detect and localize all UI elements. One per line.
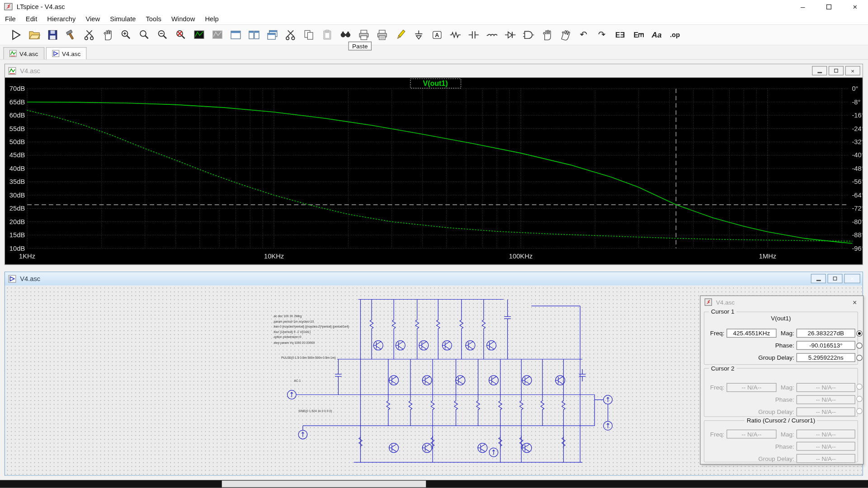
cursor2-mag-radio[interactable] xyxy=(856,384,862,389)
schematic-window-titlebar[interactable]: V4.asc × xyxy=(5,272,863,285)
capacitor-icon xyxy=(467,29,480,41)
tab-waveform[interactable]: V4.asc xyxy=(3,47,44,59)
cursor1-groupdelay-radio[interactable] xyxy=(856,355,862,361)
schematic-close-button[interactable]: × xyxy=(844,274,860,283)
rotate-button[interactable]: EE xyxy=(630,27,647,43)
menu-view[interactable]: View xyxy=(80,15,105,23)
component-button[interactable] xyxy=(520,27,537,43)
schematic-minimize-button[interactable] xyxy=(811,274,826,283)
taskbar-item[interactable] xyxy=(222,481,426,488)
control-panel-button[interactable] xyxy=(63,27,80,43)
copy-button[interactable] xyxy=(301,27,317,43)
menu-hierarchy[interactable]: Hierarchy xyxy=(42,15,80,23)
find-button[interactable] xyxy=(337,27,354,43)
tile-vertical-button[interactable] xyxy=(227,27,244,43)
cascade-icon xyxy=(266,29,278,41)
cursor2-mag-label: Mag: xyxy=(774,383,794,392)
menu-edit[interactable]: Edit xyxy=(21,15,42,23)
capacitor-button[interactable] xyxy=(465,27,482,43)
print-button[interactable] xyxy=(355,27,372,43)
text-button[interactable]: Aa xyxy=(648,27,665,43)
cursor-panel-titlebar[interactable]: V4.asc × xyxy=(700,296,863,308)
cursor2-groupdelay-radio[interactable] xyxy=(856,408,862,414)
zoom-out-button[interactable] xyxy=(154,27,171,43)
net-label-button[interactable]: A xyxy=(429,27,445,43)
save-button[interactable] xyxy=(44,27,61,43)
delete-button[interactable] xyxy=(81,27,98,43)
svg-text:0°: 0° xyxy=(852,85,858,92)
titlebar[interactable]: LTspice - V4.asc – × xyxy=(0,0,868,13)
svg-text:30dB: 30dB xyxy=(9,192,25,199)
control-panel-icon xyxy=(65,29,77,41)
minimize-button[interactable]: – xyxy=(790,0,816,13)
waveform-plot-area[interactable]: 70dB0°65dB-8°60dB-16°55dB-24°50dB-32°45d… xyxy=(5,78,863,264)
cursor-panel-icon xyxy=(704,298,712,306)
paste-button[interactable] xyxy=(319,27,335,43)
close-button[interactable]: × xyxy=(842,0,868,13)
cursor2-caption: Cursor 2 xyxy=(709,365,737,371)
waveform-close-button[interactable]: × xyxy=(845,66,860,75)
plot-settings-button[interactable] xyxy=(209,27,226,43)
cursor1-groupdelay-label: Group Delay: xyxy=(738,353,794,362)
zoom-back-button[interactable] xyxy=(136,27,153,43)
trace-title[interactable]: V(out1) xyxy=(410,79,461,88)
pan-button[interactable] xyxy=(99,27,116,43)
ratio-groupdelay-field: -- N/A-- xyxy=(797,454,855,463)
resistor-icon xyxy=(449,29,462,41)
bode-plot[interactable]: 70dB0°65dB-8°60dB-16°55dB-24°50dB-32°45d… xyxy=(5,78,863,264)
waveform-window-titlebar[interactable]: V4.asc × xyxy=(5,64,863,77)
op-button[interactable]: .op xyxy=(667,27,684,43)
redo-button[interactable]: ↷ xyxy=(594,27,610,43)
menu-file[interactable]: File xyxy=(0,15,21,23)
menu-simulate[interactable]: Simulate xyxy=(105,15,141,23)
cursor1-groupdelay-field[interactable]: 5.2959222ns xyxy=(797,353,855,362)
cursor1-phase-radio[interactable] xyxy=(856,343,862,348)
svg-text:40dB: 40dB xyxy=(9,165,25,172)
svg-text:10dB: 10dB xyxy=(9,245,25,252)
trace-phase xyxy=(27,110,852,241)
cascade-button[interactable] xyxy=(264,27,281,43)
cursor1-freq-field[interactable]: 425.4551KHz xyxy=(726,329,776,338)
taskbar[interactable] xyxy=(0,480,868,488)
maximize-icon xyxy=(826,4,831,9)
pulse-source-text: PULSE(0 1.5 0.5m 500n 500n 0.5m 1m) xyxy=(281,356,335,359)
maximize-button[interactable] xyxy=(816,0,842,13)
inductor-button[interactable] xyxy=(484,27,500,43)
svg-text:-24°: -24° xyxy=(852,125,862,132)
save-icon xyxy=(47,29,59,41)
pan-icon xyxy=(102,29,114,41)
run-button[interactable] xyxy=(8,27,24,43)
cut-button[interactable] xyxy=(282,27,299,43)
move-button[interactable] xyxy=(538,27,555,43)
draw-wire-button[interactable] xyxy=(392,27,409,43)
drag-button[interactable] xyxy=(557,27,574,43)
zoom-extents-button[interactable] xyxy=(173,27,189,43)
cursor-panel-close-button[interactable]: × xyxy=(850,297,860,307)
tile-horizontal-button[interactable] xyxy=(245,27,262,43)
tile-horizontal-icon xyxy=(248,29,260,41)
ac-source-text: AC 1 xyxy=(294,379,301,382)
menu-tools[interactable]: Tools xyxy=(141,15,166,23)
zoom-in-button[interactable] xyxy=(118,27,134,43)
undo-button[interactable]: ↶ xyxy=(575,27,592,43)
schematic-restore-button[interactable] xyxy=(827,274,842,283)
mirror-button[interactable]: EE xyxy=(612,27,628,43)
ground-button[interactable] xyxy=(410,27,427,43)
tab-schematic[interactable]: V4.asc xyxy=(46,47,86,59)
svg-text:15dB: 15dB xyxy=(9,231,25,239)
menu-help[interactable]: Help xyxy=(200,15,223,23)
open-button[interactable] xyxy=(26,27,43,43)
waveform-minimize-button[interactable] xyxy=(812,66,827,75)
cursor1-mag-radio[interactable] xyxy=(856,330,862,336)
waveform-restore-button[interactable] xyxy=(829,66,844,75)
print-setup-button[interactable] xyxy=(374,27,391,43)
menu-window[interactable]: Window xyxy=(166,15,200,23)
cursor1-phase-field[interactable]: -90.016513° xyxy=(797,341,855,350)
cursor2-phase-radio[interactable] xyxy=(856,396,862,402)
cursor1-mag-field[interactable]: 26.383227dB xyxy=(797,329,855,338)
find-icon xyxy=(340,29,352,41)
paste-icon xyxy=(321,29,333,41)
diode-button[interactable] xyxy=(502,27,519,43)
resistor-button[interactable] xyxy=(447,27,464,43)
autorange-y-button[interactable] xyxy=(191,27,208,43)
